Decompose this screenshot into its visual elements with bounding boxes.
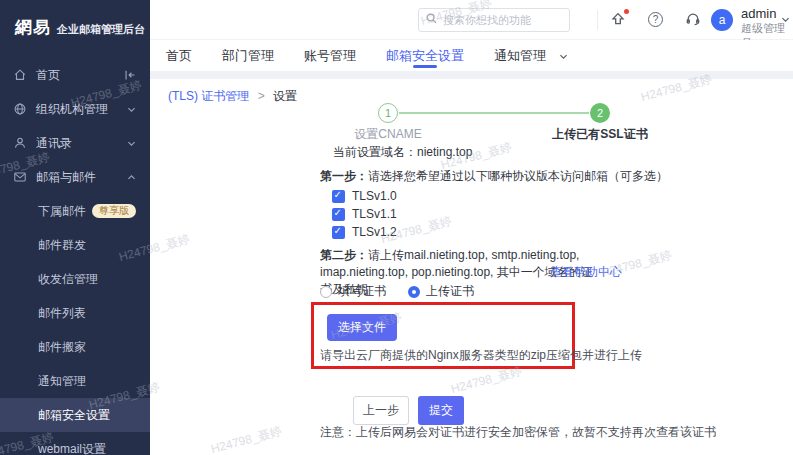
content-separator (150, 71, 793, 79)
radio-fill-certificate[interactable] (320, 286, 332, 298)
sidebar-subitem-mail-list[interactable]: 邮件列表 (0, 296, 150, 330)
tab-home[interactable]: 首页 (166, 40, 192, 71)
checkbox-label: TLSv1.2 (352, 225, 397, 239)
sidebar-subitem-send-receive[interactable]: 收发信管理 (0, 262, 150, 296)
chevron-up-icon (126, 172, 137, 183)
sidebar-subitem-label: 通知管理 (38, 373, 86, 390)
organization-icon (13, 102, 27, 116)
home-icon (13, 68, 27, 82)
product-title: 企业邮箱管理后台 (57, 22, 145, 37)
sidebar: 網易 企业邮箱管理后台 首页 组织机构管理 (0, 0, 150, 455)
sidebar-subitem-label: 邮箱安全设置 (38, 407, 110, 424)
sidebar-subitem-label: 邮件群发 (38, 237, 86, 254)
tab-account[interactable]: 账号管理 (304, 40, 356, 71)
breadcrumb-current: 设置 (273, 89, 297, 103)
sidebar-item-label: 邮箱与邮件 (36, 169, 96, 186)
notification-dot (624, 9, 629, 14)
checkbox-tlsv10[interactable] (332, 190, 345, 203)
sidebar-item-home[interactable]: 首页 (0, 58, 150, 92)
step-one-instruction: 第一步：请选择您希望通过以下哪种协议版本访问邮箱（可多选） (320, 168, 668, 185)
choose-file-button[interactable]: 选择文件 (327, 314, 397, 341)
upgrade-notice-icon[interactable] (610, 11, 628, 29)
sidebar-item-label: 通讯录 (36, 135, 72, 152)
user-menu-chevron-icon[interactable] (780, 11, 791, 29)
protocol-option-tlsv10: TLSv1.0 (332, 189, 397, 203)
sidebar-subitem-mail-security[interactable]: 邮箱安全设置 (0, 398, 150, 432)
step-2-label: 上传已有SSL证书 (552, 126, 647, 143)
help-icon[interactable]: ? (648, 11, 666, 29)
previous-step-button[interactable]: 上一步 (353, 396, 409, 425)
contacts-icon (13, 136, 27, 150)
submit-button[interactable]: 提交 (418, 396, 464, 425)
chevron-down-icon (126, 138, 137, 149)
customer-service-icon[interactable] (685, 11, 703, 29)
current-domain-text: 当前设置域名：nieting.top (333, 144, 472, 161)
sidebar-subitem-mass-mail[interactable]: 邮件群发 (0, 228, 150, 262)
step-1-label: 设置CNAME (354, 126, 421, 143)
sidebar-item-organization[interactable]: 组织机构管理 (0, 92, 150, 126)
sidebar-item-label: 组织机构管理 (36, 101, 108, 118)
top-header: ? a admin 超级管理员 (150, 0, 793, 40)
tab-notification[interactable]: 通知管理 (494, 40, 546, 71)
sidebar-item-contacts[interactable]: 通讯录 (0, 126, 150, 160)
checkbox-tlsv12[interactable] (332, 226, 345, 239)
sidebar-subitem-notification[interactable]: 通知管理 (0, 364, 150, 398)
upload-highlight-box: 选择文件 请导出云厂商提供的Nginx服务器类型的zip压缩包并进行上传 (311, 302, 575, 369)
upload-hint-text: 请导出云厂商提供的Nginx服务器类型的zip压缩包并进行上传 (320, 347, 572, 364)
main-content: (TLS) 证书管理 > 设置 1 2 设置CNAME 上传已有SSL证书 当前… (150, 79, 793, 455)
sidebar-subitem-label: 邮件搬家 (38, 339, 86, 356)
checkbox-tlsv11[interactable] (332, 208, 345, 221)
security-note-text: 注意：上传后网易会对证书进行安全加密保管，故暂不支持再次查看该证书 (320, 424, 716, 441)
app-logo: 網易 企业邮箱管理后台 (0, 0, 150, 39)
sidebar-menu: 首页 组织机构管理 通讯录 (0, 58, 150, 455)
brand-logo: 網易 (15, 16, 51, 39)
user-avatar[interactable]: a (711, 9, 733, 31)
tabs-more-chevron-icon[interactable] (558, 48, 569, 66)
chevron-down-icon (126, 104, 137, 115)
cert-mode-group: 填写证书 上传证书 (320, 283, 474, 300)
sidebar-subitem-subordinate-mail[interactable]: 下属邮件 尊享版 (0, 194, 150, 228)
search-box[interactable] (418, 8, 570, 32)
sidebar-item-label: 首页 (36, 67, 60, 84)
radio-upload-certificate[interactable] (408, 286, 420, 298)
breadcrumb: (TLS) 证书管理 > 设置 (168, 88, 297, 105)
protocol-option-tlsv12: TLSv1.2 (332, 225, 397, 239)
tab-department[interactable]: 部门管理 (222, 40, 274, 71)
sidebar-subitem-label: webmail设置 (38, 441, 106, 455)
step-1-indicator: 1 (378, 103, 398, 123)
radio-label: 填写证书 (338, 283, 386, 300)
protocol-option-tlsv11: TLSv1.1 (332, 207, 397, 221)
search-icon (425, 11, 438, 29)
search-input[interactable] (443, 14, 563, 26)
sidebar-subitem-label: 收发信管理 (38, 271, 98, 288)
breadcrumb-cert-management-link[interactable]: (TLS) 证书管理 (168, 89, 249, 103)
checkbox-label: TLSv1.1 (352, 207, 397, 221)
sidebar-subitem-label: 下属邮件 (38, 203, 86, 220)
checkbox-label: TLSv1.0 (352, 189, 397, 203)
mail-icon (13, 170, 27, 184)
stepper-connector (399, 112, 589, 114)
help-center-link[interactable]: 查看帮助中心 (550, 264, 622, 281)
user-name[interactable]: admin (741, 6, 776, 21)
sidebar-subitem-webmail[interactable]: webmail设置 (0, 432, 150, 455)
radio-label: 上传证书 (426, 283, 474, 300)
breadcrumb-separator: > (258, 89, 265, 103)
admin-console-page: 網易 企业邮箱管理后台 首页 组织机构管理 (0, 0, 793, 455)
top-tab-bar: 首页 部门管理 账号管理 邮箱安全设置 通知管理 (150, 40, 793, 71)
sidebar-subitem-label: 邮件列表 (38, 305, 86, 322)
sidebar-subitem-mail-migration[interactable]: 邮件搬家 (0, 330, 150, 364)
premium-badge: 尊享版 (92, 204, 136, 218)
sidebar-item-mail[interactable]: 邮箱与邮件 (0, 160, 150, 194)
tab-mail-security[interactable]: 邮箱安全设置 (386, 40, 464, 71)
step-2-indicator: 2 (590, 103, 610, 123)
header-divider (597, 10, 598, 30)
sidebar-collapse-icon[interactable] (123, 68, 137, 82)
form-actions: 上一步 提交 (353, 396, 464, 425)
